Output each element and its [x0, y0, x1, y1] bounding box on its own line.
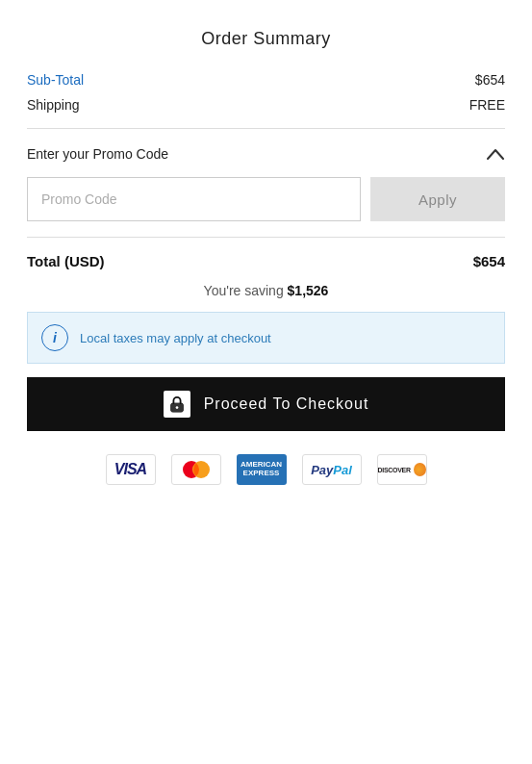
promo-header: Enter your Promo Code: [27, 144, 505, 164]
shipping-row: Shipping FREE: [27, 97, 505, 113]
mastercard-icon: [171, 454, 221, 485]
subtotal-row: Sub-Total $654: [27, 72, 505, 88]
saving-prefix: You're saving: [204, 283, 288, 298]
divider-2: [27, 237, 505, 238]
subtotal-value: $654: [475, 72, 505, 88]
total-label: Total (USD): [27, 253, 105, 269]
amex-icon: AMERICANEXPRESS: [237, 454, 287, 485]
proceed-to-checkout-button[interactable]: Proceed To Checkout: [27, 377, 505, 431]
total-value: $654: [473, 253, 505, 269]
total-row: Total (USD) $654: [27, 253, 505, 269]
apply-button[interactable]: Apply: [370, 177, 505, 221]
order-summary-panel: Order Summary Sub-Total $654 Shipping FR…: [0, 0, 532, 514]
paypal-icon: PayPal: [302, 454, 362, 485]
divider-1: [27, 128, 505, 129]
lock-icon: [164, 391, 190, 418]
subtotal-label: Sub-Total: [27, 72, 84, 88]
saving-row: You're saving $1,526: [27, 283, 505, 298]
tax-notice-text: Local taxes may apply at checkout: [80, 331, 271, 345]
info-icon: i: [41, 324, 68, 351]
promo-input-row: Apply: [27, 177, 505, 221]
order-summary-title: Order Summary: [27, 29, 505, 49]
promo-code-label: Enter your Promo Code: [27, 146, 168, 162]
promo-code-input[interactable]: [27, 177, 361, 221]
payment-icons-row: VISA AMERICANEXPRESS PayPal DISCOVER: [27, 454, 505, 485]
checkout-label: Proceed To Checkout: [204, 395, 369, 413]
svg-point-2: [175, 406, 178, 409]
shipping-label: Shipping: [27, 97, 80, 113]
discover-icon: DISCOVER: [377, 454, 427, 485]
shipping-value: FREE: [469, 97, 505, 113]
promo-collapse-button[interactable]: [486, 144, 505, 164]
tax-notice-banner: i Local taxes may apply at checkout: [27, 312, 505, 364]
visa-icon: VISA: [106, 454, 156, 485]
promo-section: Enter your Promo Code Apply: [27, 144, 505, 221]
saving-amount: $1,526: [288, 283, 329, 298]
